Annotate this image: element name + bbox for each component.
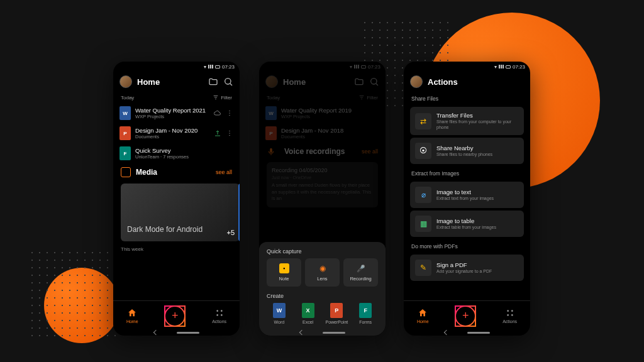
media-icon xyxy=(121,167,131,177)
week-label: This week xyxy=(113,244,240,255)
file-title: Water Quality Report 2019 xyxy=(281,107,379,114)
back-icon[interactable] xyxy=(153,330,158,335)
create-word[interactable]: WWord xyxy=(267,303,292,324)
create-powerpoint[interactable]: PPowerPoint xyxy=(325,303,350,324)
fab-add[interactable]: + xyxy=(164,305,186,327)
action-sub: Extract text from your images xyxy=(436,195,519,201)
avatar[interactable] xyxy=(119,75,132,88)
file-title: Water Quality Report 2021 xyxy=(135,107,209,114)
file-row-word[interactable]: W Water Quality Report 2019WXP Projects xyxy=(259,103,386,123)
word-icon: W xyxy=(273,303,286,318)
svg-point-9 xyxy=(216,314,218,316)
search-icon[interactable] xyxy=(369,77,379,87)
file-title: Design Jam - Nov 2018 xyxy=(281,127,379,134)
filter-button[interactable]: Filter xyxy=(213,94,232,101)
svg-point-2 xyxy=(229,112,230,114)
battery-icon xyxy=(361,65,366,69)
image-table-icon: ▦ xyxy=(415,216,431,232)
svg-rect-12 xyxy=(270,148,272,153)
filter-button[interactable]: Filter xyxy=(358,94,378,101)
svg-point-8 xyxy=(221,310,223,312)
section-today: Today Filter xyxy=(113,92,240,103)
action-image-to-table[interactable]: ▦ Image to tableExtract table from your … xyxy=(410,211,524,237)
fab-add[interactable]: + xyxy=(455,305,476,327)
lens-icon: ◉ xyxy=(318,263,328,273)
folder-icon[interactable] xyxy=(354,77,364,87)
voice-label: Voice recordings xyxy=(284,147,357,156)
media-card[interactable]: Dark Mode for Android +5 xyxy=(121,184,240,241)
status-bar: ▾ 07:23 xyxy=(113,62,240,72)
tile-recording[interactable]: 🎤Recording xyxy=(343,258,378,287)
extract-label: Extract from Images xyxy=(404,167,530,179)
create-forms[interactable]: FForms xyxy=(353,303,378,324)
nav-home[interactable]: Home xyxy=(126,308,138,324)
note-icon: ▪ xyxy=(279,263,289,273)
system-bar xyxy=(154,331,199,334)
back-icon[interactable] xyxy=(443,330,448,335)
file-title: Quick Survey xyxy=(135,147,233,154)
tile-note[interactable]: ▪Note xyxy=(267,258,301,287)
svg-point-1 xyxy=(229,111,230,112)
more-icon[interactable] xyxy=(226,109,233,117)
status-time: 07:23 xyxy=(513,64,525,70)
file-sub: Documents xyxy=(281,134,379,140)
action-sub: Share files to nearby phones xyxy=(436,151,519,157)
action-share-nearby[interactable]: ⦿ Share NearbyShare files to nearby phon… xyxy=(410,138,524,164)
header: Home xyxy=(113,72,240,92)
avatar[interactable] xyxy=(410,75,423,88)
svg-point-0 xyxy=(225,79,231,84)
voice-body: A small river named Duden flows by their… xyxy=(272,182,373,202)
svg-point-3 xyxy=(229,115,230,116)
media-card-text: Dark Mode for Android xyxy=(127,225,203,235)
powerpoint-icon: P xyxy=(119,126,131,140)
cell-icon xyxy=(354,65,359,69)
file-row-ppt[interactable]: P Design Jam - Nov 2018Documents xyxy=(259,123,386,143)
action-sign-pdf[interactable]: ✎ Sign a PDFAdd your signature to a PDF xyxy=(410,255,524,281)
create-excel[interactable]: XExcel xyxy=(296,303,321,324)
action-title: Sign a PDF xyxy=(436,261,519,268)
home-pill[interactable] xyxy=(467,332,490,334)
powerpoint-icon: P xyxy=(330,303,343,318)
page-title: Home xyxy=(283,77,349,87)
bottom-nav: Home + Actions xyxy=(404,300,530,331)
section-today: Today Filter xyxy=(259,92,386,103)
home-pill[interactable] xyxy=(323,332,345,334)
file-sub: WXP Projects xyxy=(135,114,209,119)
more-icon[interactable] xyxy=(226,129,233,137)
quick-capture-label: Quick capture xyxy=(267,248,378,255)
action-image-to-text[interactable]: ⌀ Image to textExtract text from your im… xyxy=(410,182,524,208)
file-row-forms[interactable]: F Quick SurveyUnionTeam · 7 responses xyxy=(113,143,240,163)
action-transfer-files[interactable]: ⇄ Transfer FilesShare files from your co… xyxy=(410,107,524,135)
file-title: Design Jam - Nov 2020 xyxy=(135,127,209,134)
share-icon[interactable] xyxy=(214,129,221,137)
see-all-link[interactable]: see all xyxy=(362,148,378,155)
see-all-link[interactable]: see all xyxy=(216,169,232,175)
svg-point-4 xyxy=(229,131,230,132)
folder-icon[interactable] xyxy=(208,77,218,87)
file-row-word[interactable]: W Water Quality Report 2021WXP Projects xyxy=(113,103,240,123)
home-pill[interactable] xyxy=(177,332,199,334)
excel-icon: X xyxy=(302,303,314,318)
file-row-ppt[interactable]: P Design Jam - Nov 2020Documents xyxy=(113,123,240,143)
share-files-label: Share Files xyxy=(404,92,530,104)
cell-icon xyxy=(499,65,504,69)
search-icon[interactable] xyxy=(223,77,233,87)
voice-card[interactable]: Recording 04/05/2020 Just now · OneDrive… xyxy=(267,162,378,207)
avatar[interactable] xyxy=(265,75,278,88)
image-text-icon: ⌀ xyxy=(415,187,431,203)
voice-sub: Just now · OneDrive xyxy=(272,175,373,180)
back-icon[interactable] xyxy=(299,330,304,335)
media-next-card[interactable] xyxy=(238,184,240,241)
svg-point-13 xyxy=(507,310,509,312)
media-count: +5 xyxy=(226,229,235,236)
status-bar: ▾ 07:23 xyxy=(259,62,386,72)
word-icon: W xyxy=(265,106,277,120)
nav-home[interactable]: Home xyxy=(417,308,429,324)
nav-actions[interactable]: Actions xyxy=(502,308,517,324)
dots-bottom-left xyxy=(28,249,116,337)
cloud-icon[interactable] xyxy=(214,109,221,117)
create-label: Create xyxy=(267,293,378,299)
nav-actions[interactable]: Actions xyxy=(212,308,226,324)
header: Actions xyxy=(404,72,530,92)
tile-lens[interactable]: ◉Lens xyxy=(305,258,340,287)
